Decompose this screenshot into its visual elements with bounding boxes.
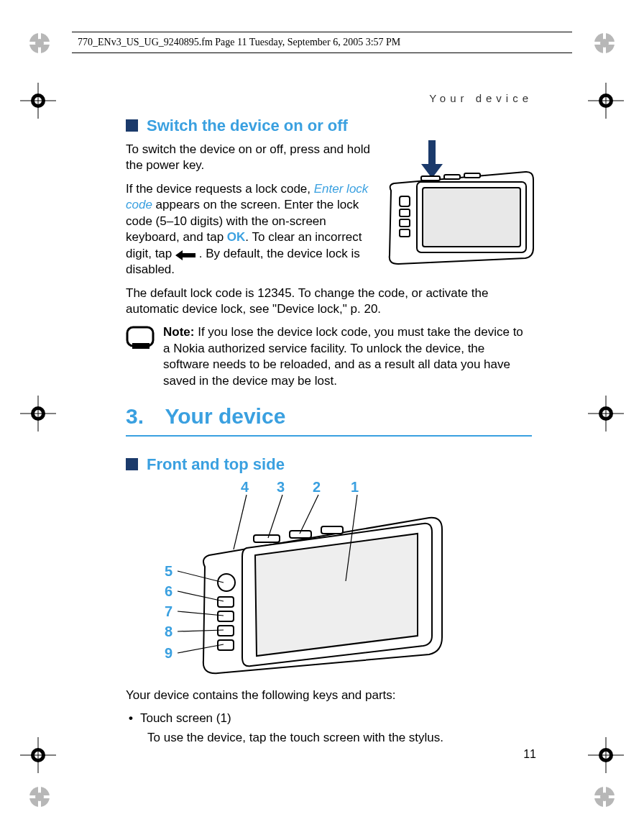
section-heading-text: Front and top side [147, 454, 285, 475]
page-number: 11 [523, 748, 536, 761]
svg-rect-68 [218, 611, 234, 621]
svg-point-3 [35, 39, 44, 47]
callout-4: 4 [241, 478, 249, 496]
callout-2: 2 [313, 478, 321, 496]
svg-rect-73 [321, 526, 343, 534]
svg-point-66 [218, 574, 235, 591]
callout-6: 6 [165, 582, 172, 601]
crop-mark-right-top [588, 83, 624, 119]
crop-mark-right-mid [588, 396, 624, 432]
svg-line-75 [300, 495, 318, 534]
svg-line-76 [268, 495, 282, 538]
device-front-illustration: 1 2 3 4 5 6 7 8 9 [162, 480, 456, 682]
callout-8: 8 [165, 622, 172, 641]
ui-label-ok: OK [227, 230, 246, 244]
paragraph: The default lock code is 12345. To chang… [126, 286, 532, 318]
callout-3: 3 [277, 478, 285, 496]
note-text: Note: If you lose the device lock code, … [163, 324, 532, 389]
section-heading-front: Front and top side [126, 454, 532, 475]
svg-rect-71 [254, 535, 280, 542]
registration-mark-bl [25, 782, 54, 811]
bullet-subtext: To use the device, tap the touch screen … [147, 730, 532, 746]
section-bullet-icon [126, 119, 138, 132]
chapter-heading: 3. Your device [126, 402, 532, 437]
section-heading-text: Switch the device on or off [147, 115, 348, 136]
svg-point-7 [600, 39, 609, 47]
svg-point-11 [35, 793, 44, 801]
crop-mark-left-mid [20, 396, 56, 432]
paragraph: Your device contains the following keys … [126, 688, 532, 703]
section-bullet-icon [126, 458, 138, 470]
crop-mark-left-top [20, 83, 56, 119]
svg-point-15 [600, 793, 609, 801]
svg-rect-65 [132, 343, 150, 349]
callout-9: 9 [165, 644, 172, 662]
framemaker-header: 770_ENv3_US_UG_9240895.fm Page 11 Tuesda… [72, 32, 572, 53]
section-heading-switch: Switch the device on or off [126, 115, 532, 136]
svg-line-77 [234, 495, 247, 549]
registration-mark-br [590, 782, 619, 811]
callout-1: 1 [351, 478, 359, 496]
callout-5: 5 [165, 562, 172, 580]
callout-7: 7 [165, 602, 172, 621]
paragraph: If the device requests a lock code, Ente… [126, 181, 374, 278]
svg-marker-63 [175, 250, 196, 260]
registration-mark-tr [590, 29, 619, 58]
framemaker-header-text: 770_ENv3_US_UG_9240895.fm Page 11 Tuesda… [78, 37, 400, 48]
note-icon [126, 326, 155, 350]
crop-mark-right-bottom [588, 737, 624, 773]
crop-mark-left-bottom [20, 737, 56, 773]
note-label: Note: [163, 325, 194, 339]
running-header: Your device [429, 92, 533, 104]
note-block: Note: If you lose the device lock code, … [126, 324, 532, 389]
svg-rect-69 [218, 626, 234, 636]
paragraph: To switch the device on or off, press an… [126, 142, 374, 174]
svg-rect-67 [218, 597, 234, 607]
bullet-icon: • [129, 711, 133, 726]
backspace-icon [175, 249, 196, 259]
registration-mark-tl [25, 29, 54, 58]
bullet-text: Touch screen (1) [140, 711, 231, 726]
bullet-item: • Touch screen (1) [129, 711, 532, 726]
